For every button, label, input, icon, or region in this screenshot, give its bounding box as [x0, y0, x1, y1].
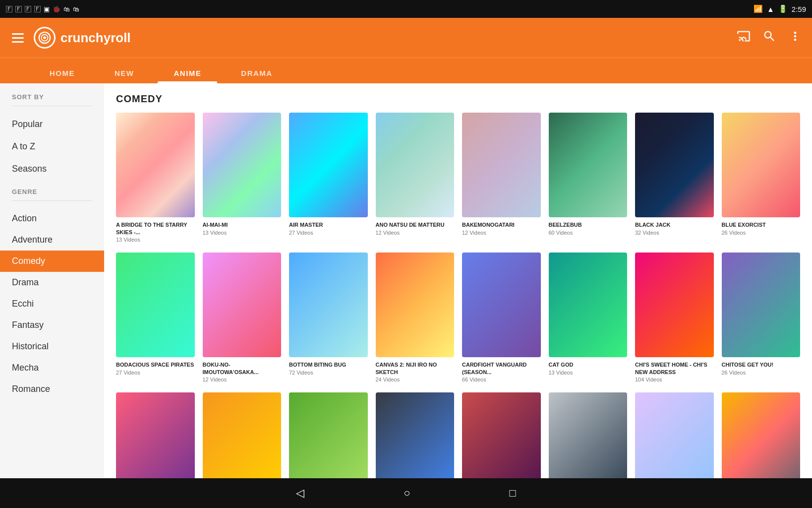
genre-ecchi[interactable]: Ecchi	[0, 293, 104, 315]
anime-card[interactable]: BOKU-NO-IMOUTOWA'OSAKA...12 Videos	[203, 253, 282, 382]
genre-fantasy[interactable]: Fantasy	[0, 315, 104, 336]
genre-romance[interactable]: Romance	[0, 379, 104, 400]
fb-icon-4: 🇫	[34, 5, 41, 13]
anime-card[interactable]	[549, 392, 628, 478]
anime-card[interactable]: CHITOSE GET YOU!26 Videos	[722, 253, 801, 382]
sim-icon: 📶	[754, 4, 763, 13]
anime-thumb-image	[549, 392, 628, 478]
genre-drama[interactable]: Drama	[0, 272, 104, 293]
anime-card[interactable]	[462, 392, 541, 478]
anime-thumbnail	[116, 392, 195, 478]
bottom-nav: ◁ ○ □	[0, 478, 812, 508]
anime-thumbnail	[462, 392, 541, 478]
anime-thumb-image	[289, 113, 368, 217]
anime-thumb-image	[635, 392, 714, 478]
hamburger-menu[interactable]	[10, 31, 26, 45]
anime-video-count: 12 Videos	[376, 230, 455, 236]
anime-title: CARDFIGHT VANGUARD (SEASON...	[462, 361, 541, 376]
anime-card[interactable]	[376, 392, 455, 478]
nav-tab-new[interactable]: NEW	[95, 63, 154, 83]
anime-card[interactable]	[289, 392, 368, 478]
anime-card[interactable]: BLUE EXORCIST26 Videos	[722, 113, 801, 243]
sort-a-to-z[interactable]: A to Z	[0, 135, 104, 158]
sort-popular[interactable]: Popular	[0, 113, 104, 135]
anime-card[interactable]	[722, 392, 801, 478]
anime-thumb-image	[203, 253, 282, 357]
anime-thumbnail	[289, 113, 368, 217]
anime-video-count: 12 Videos	[203, 377, 282, 382]
genre-comedy[interactable]: Comedy	[0, 251, 104, 272]
header-right	[737, 29, 802, 46]
anime-thumb-image	[289, 253, 368, 357]
content-area: COMEDY A BRIDGE TO THE STARRY SKIES -...…	[104, 83, 812, 478]
anime-card[interactable]: A BRIDGE TO THE STARRY SKIES -...13 Vide…	[116, 113, 195, 243]
genre-action[interactable]: Action	[0, 208, 104, 229]
cast-icon[interactable]	[737, 29, 751, 46]
anime-thumbnail	[722, 392, 801, 478]
anime-thumb-image	[376, 113, 455, 217]
anime-card[interactable]: BLACK JACK32 Videos	[635, 113, 714, 243]
anime-video-count: 66 Videos	[462, 377, 541, 382]
bug-icon: 🐞	[53, 5, 60, 13]
anime-card[interactable]: CAT GOD13 Videos	[549, 253, 628, 382]
sort-divider	[12, 106, 92, 106]
anime-card[interactable]	[635, 392, 714, 478]
nav-tab-anime[interactable]: ANIME	[154, 63, 222, 83]
home-button[interactable]: ○	[404, 487, 410, 500]
fb-icon-3: 🇫	[25, 5, 31, 13]
nav-tab-home[interactable]: HOME	[30, 63, 95, 83]
anime-title: CAT GOD	[549, 361, 628, 368]
anime-card[interactable]: AIR MASTER27 Videos	[289, 113, 368, 243]
anime-card[interactable]: BEELZEBUB60 Videos	[549, 113, 628, 243]
anime-row-2	[116, 392, 800, 478]
status-bar-right: 📶 ▲ 🔋 2:59	[754, 4, 806, 13]
anime-thumbnail	[635, 253, 714, 357]
anime-thumb-image	[116, 253, 195, 357]
nav-tabs: HOMENEWANIMEDRAMA	[0, 58, 812, 83]
anime-title: BLUE EXORCIST	[722, 221, 801, 228]
clock: 2:59	[792, 5, 806, 13]
anime-video-count: 27 Videos	[289, 230, 368, 236]
anime-video-count: 32 Videos	[635, 230, 714, 236]
anime-video-count: 72 Videos	[289, 370, 368, 376]
anime-card[interactable]: BAKEMONOGATARI12 Videos	[462, 113, 541, 243]
anime-card[interactable]: BODACIOUS SPACE PIRATES27 Videos	[116, 253, 195, 382]
anime-video-count: 27 Videos	[116, 370, 195, 376]
genre-historical[interactable]: Historical	[0, 336, 104, 357]
anime-title: BEELZEBUB	[549, 221, 628, 228]
anime-card[interactable]: ANO NATSU DE MATTERU12 Videos	[376, 113, 455, 243]
anime-card[interactable]	[116, 392, 195, 478]
genre-adventure[interactable]: Adventure	[0, 229, 104, 251]
anime-title: BODACIOUS SPACE PIRATES	[116, 361, 195, 368]
anime-thumbnail	[203, 392, 282, 478]
logo[interactable]: crunchyroll	[34, 27, 131, 49]
anime-video-count: 104 Videos	[635, 377, 714, 382]
anime-title: CHITOSE GET YOU!	[722, 361, 801, 368]
anime-thumb-image	[116, 113, 195, 217]
shop-icon-2: 🛍	[73, 5, 79, 13]
anime-card[interactable]	[203, 392, 282, 478]
search-icon[interactable]	[762, 29, 776, 46]
more-options-icon[interactable]	[788, 29, 802, 46]
anime-card[interactable]: BOTTOM BITING BUG72 Videos	[289, 253, 368, 382]
anime-card[interactable]: AI-MAI-MI13 Videos	[203, 113, 282, 243]
genre-label: GENRE	[0, 180, 104, 200]
anime-thumbnail	[203, 113, 282, 217]
sort-seasons[interactable]: Seasons	[0, 158, 104, 180]
anime-video-count: 12 Videos	[462, 230, 541, 236]
anime-video-count: 13 Videos	[203, 230, 282, 236]
anime-thumbnail	[462, 113, 541, 217]
anime-thumbnail	[289, 392, 368, 478]
back-button[interactable]: ◁	[296, 487, 304, 500]
anime-title: AI-MAI-MI	[203, 221, 282, 228]
anime-thumb-image	[376, 392, 455, 478]
anime-card[interactable]: CHI'S SWEET HOME - CHI'S NEW ADDRESS104 …	[635, 253, 714, 382]
anime-thumbnail	[549, 253, 628, 357]
anime-card[interactable]: CARDFIGHT VANGUARD (SEASON...66 Videos	[462, 253, 541, 382]
anime-thumb-image	[116, 392, 195, 478]
recent-button[interactable]: □	[510, 487, 516, 500]
genre-mecha[interactable]: Mecha	[0, 357, 104, 379]
nav-tab-drama[interactable]: DRAMA	[221, 63, 292, 83]
anime-card[interactable]: CANVAS 2: NIJI IRO NO SKETCH24 Videos	[376, 253, 455, 382]
anime-thumbnail	[462, 253, 541, 357]
